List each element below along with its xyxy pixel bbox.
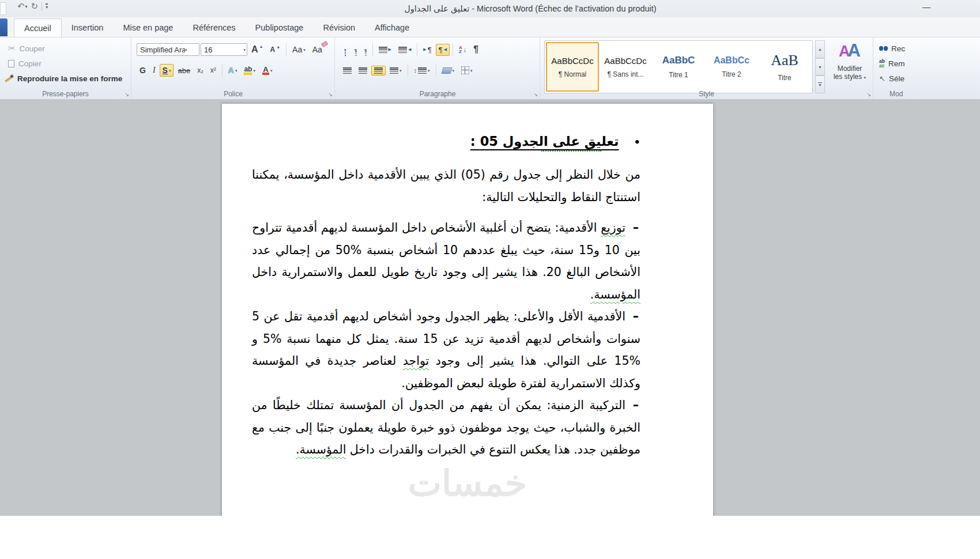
redo-icon: ↻ bbox=[31, 1, 39, 12]
dialog-launcher-icon[interactable]: ↘ bbox=[533, 92, 538, 97]
change-case-button[interactable]: Aa▾ bbox=[289, 43, 308, 56]
borders-icon bbox=[461, 66, 469, 74]
increase-indent-button[interactable]: ◀ bbox=[395, 45, 414, 55]
document-area: •تعليق على الجدول 05 : من خلال النظر إلى… bbox=[0, 99, 980, 516]
tab-mise-en-page[interactable]: Mise en page bbox=[113, 18, 183, 37]
list-item: –توزيع الأقدمية: يتضح أن أغلبية الأشخاص … bbox=[252, 217, 640, 305]
modify-styles-button[interactable]: AA Modifierles styles ▾ bbox=[831, 41, 868, 93]
style-sans-interligne[interactable]: AaBbCcDc ¶ Sans int... bbox=[600, 43, 651, 91]
rtl-direction-button[interactable]: ¶◀ bbox=[436, 44, 450, 56]
redo-button[interactable]: ↻ bbox=[31, 1, 39, 12]
style-titre-2[interactable]: AaBbCc Titre 2 bbox=[706, 43, 757, 91]
pilcrow-icon: ¶ bbox=[473, 44, 478, 55]
undo-icon: ↶ bbox=[17, 1, 25, 12]
style-gallery-scrollbar: ▲ ▼ ▼ bbox=[815, 40, 825, 93]
italic-button[interactable]: I bbox=[150, 64, 159, 77]
align-center-icon bbox=[359, 67, 367, 74]
list-dash-marker: – bbox=[633, 217, 639, 239]
dialog-launcher-icon[interactable]: ↘ bbox=[328, 92, 333, 97]
line-spacing-icon bbox=[418, 67, 427, 74]
heading-bullet: • bbox=[634, 136, 640, 148]
sort-button[interactable]: AZ↓ bbox=[456, 44, 469, 56]
chevron-down-icon: ▾ bbox=[169, 69, 171, 73]
align-right-icon bbox=[374, 67, 383, 74]
tabs: Accueil Insertion Mise en page Référence… bbox=[14, 18, 419, 37]
document-heading: •تعليق على الجدول 05 : bbox=[252, 129, 640, 154]
justify-button[interactable]: ▾ bbox=[387, 66, 405, 75]
dialog-launcher-icon[interactable]: ↘ bbox=[866, 92, 871, 97]
chevron-down-icon: ▾ bbox=[399, 69, 402, 73]
gallery-scroll-up-button[interactable]: ▲ bbox=[815, 40, 825, 58]
ribbon: ✂ Couper Copier Reproduire la mise en fo… bbox=[0, 37, 980, 100]
strikethrough-button[interactable]: abe bbox=[175, 65, 193, 77]
underline-button[interactable]: S▾ bbox=[160, 64, 174, 77]
superscript-button[interactable]: x² bbox=[208, 65, 219, 76]
font-size-combobox[interactable]: 16 ▾ bbox=[201, 43, 247, 56]
title-bar: ↶▾ ↻ ▾ تعليق على الجداول - Microsoft Wor… bbox=[0, 0, 980, 17]
decrease-indent-button[interactable]: ▶ bbox=[376, 45, 394, 55]
style-normal[interactable]: AaBbCcDc ¶ Normal bbox=[546, 42, 599, 92]
font-name-combobox[interactable]: Simplified Ara ▾ bbox=[137, 43, 199, 56]
format-painter-button[interactable]: Reproduire la mise en forme bbox=[0, 71, 131, 86]
minimize-button[interactable]: — bbox=[918, 1, 935, 13]
intro-paragraph: من خلال النظر إلى جدول رقم (05) الذي يبي… bbox=[252, 164, 640, 208]
show-marks-button[interactable]: ¶ bbox=[470, 43, 481, 56]
tab-fichier[interactable] bbox=[0, 18, 7, 36]
line-spacing-button[interactable]: ↕▾ bbox=[411, 65, 433, 75]
list-dash-marker: – bbox=[633, 394, 639, 417]
document-page[interactable]: •تعليق على الجدول 05 : من خلال النظر إلى… bbox=[222, 104, 713, 516]
divider bbox=[417, 43, 417, 56]
find-button[interactable]: Rec bbox=[873, 41, 980, 56]
clear-formatting-button[interactable]: Aa bbox=[310, 43, 325, 56]
binoculars-icon bbox=[879, 46, 883, 51]
tab-accueil[interactable]: Accueil bbox=[14, 18, 62, 37]
list-dash-marker: – bbox=[633, 305, 639, 328]
numbering-button[interactable]: ▾ bbox=[350, 46, 360, 54]
borders-button[interactable]: ▾ bbox=[458, 65, 476, 76]
replace-button[interactable]: abac Rem bbox=[873, 56, 980, 71]
list-item: –الأقدمية الأقل والأعلى: يظهر الجدول وجو… bbox=[252, 305, 640, 394]
tab-references[interactable]: Références bbox=[183, 18, 245, 37]
bullets-button[interactable]: ▾ bbox=[340, 46, 349, 54]
multilevel-list-button[interactable]: ▾ bbox=[360, 46, 370, 54]
align-left-button[interactable] bbox=[340, 66, 355, 75]
window-icon bbox=[0, 2, 6, 15]
subscript-button[interactable]: x₂ bbox=[194, 65, 206, 76]
bold-button[interactable]: G bbox=[137, 64, 149, 77]
group-label: Mod bbox=[873, 90, 980, 98]
divider bbox=[222, 64, 223, 77]
align-center-button[interactable] bbox=[356, 66, 370, 75]
ltr-direction-button[interactable]: ▶¶ bbox=[420, 44, 434, 56]
tab-publipostage[interactable]: Publipostage bbox=[246, 18, 314, 37]
customize-qat-button[interactable]: ▾ bbox=[46, 3, 48, 10]
divider bbox=[42, 2, 42, 10]
gallery-scroll-down-button[interactable]: ▼ bbox=[815, 58, 825, 76]
select-button[interactable]: ↖ Séle bbox=[873, 71, 980, 86]
chevron-down-icon: ▾ bbox=[453, 69, 455, 73]
grow-font-button[interactable]: A▲ bbox=[248, 43, 266, 56]
align-right-button[interactable] bbox=[371, 66, 386, 75]
cut-button[interactable]: ✂ Couper bbox=[0, 41, 131, 56]
dialog-launcher-icon[interactable]: ↘ bbox=[125, 92, 129, 97]
tab-affichage[interactable]: Affichage bbox=[365, 18, 419, 37]
style-titre[interactable]: AaB Titre bbox=[759, 43, 811, 91]
align-left-icon bbox=[343, 67, 352, 74]
divider bbox=[372, 43, 373, 56]
tab-insertion[interactable]: Insertion bbox=[62, 18, 114, 37]
copy-button[interactable]: Copier bbox=[0, 56, 131, 71]
tab-revision[interactable]: Révision bbox=[313, 18, 365, 37]
style-titre-1[interactable]: AaBbC Titre 1 bbox=[653, 43, 704, 91]
shading-button[interactable]: ▾ bbox=[439, 66, 458, 75]
font-color-button[interactable]: A▾ bbox=[259, 65, 276, 77]
khamsat-watermark: خمسات bbox=[222, 462, 713, 504]
highlight-button[interactable]: ab▾ bbox=[241, 65, 258, 77]
group-police: Simplified Ara ▾ 16 ▾ A▲ A▼ Aa▾ Aa G I S… bbox=[132, 37, 335, 99]
shrink-font-button[interactable]: A▼ bbox=[267, 44, 284, 55]
quick-access-toolbar: ↶▾ ↻ ▾ bbox=[17, 1, 48, 12]
undo-button[interactable]: ↶▾ bbox=[17, 1, 28, 12]
divider bbox=[436, 64, 436, 77]
document-content[interactable]: •تعليق على الجدول 05 : من خلال النظر إلى… bbox=[252, 129, 640, 461]
text-effects-button[interactable]: A▾ bbox=[225, 64, 240, 77]
group-modification: Rec abac Rem ↖ Séle Mod bbox=[873, 37, 980, 99]
pilcrow-icon: ¶ bbox=[428, 46, 432, 54]
